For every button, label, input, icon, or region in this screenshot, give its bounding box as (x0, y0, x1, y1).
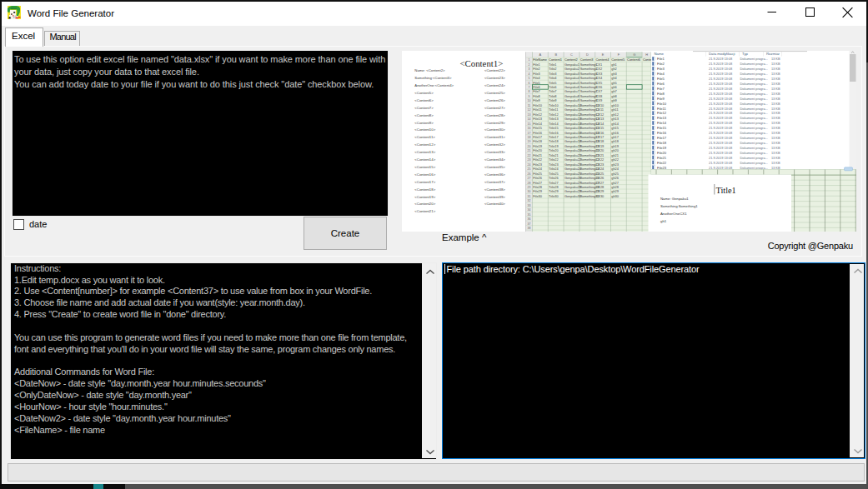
svg-text:gh20: gh20 (611, 148, 619, 152)
svg-text:Dokument progra...: Dokument progra... (740, 91, 768, 95)
svg-text:gh1: gh1 (660, 218, 667, 222)
svg-text:<Content23>: <Content23> (484, 76, 505, 80)
svg-text:Dokument progra...: Dokument progra... (740, 62, 768, 66)
svg-text:3: 3 (529, 67, 530, 71)
svg-text:<Content35>: <Content35> (484, 164, 505, 168)
svg-text:Something5: Something5 (580, 80, 598, 84)
svg-text:gh18: gh18 (611, 139, 619, 143)
svg-text:gh16: gh16 (611, 130, 619, 134)
svg-text:<Content10>: <Content10> (414, 127, 435, 132)
svg-text:Genpaku15: Genpaku15 (564, 126, 581, 130)
svg-text:File3: File3 (533, 71, 539, 75)
svg-text:File17: File17 (533, 135, 542, 139)
svg-text:File10: File10 (533, 102, 542, 107)
svg-text:File4: File4 (657, 71, 665, 75)
svg-text:22: 22 (528, 153, 531, 157)
svg-text:gh2: gh2 (611, 67, 617, 71)
svg-text:21.9.2019 13:08: 21.9.2019 13:08 (709, 150, 732, 154)
svg-text:<Content20>: <Content20> (414, 202, 435, 206)
svg-text:13 KB: 13 KB (771, 62, 780, 66)
svg-text:Title14: Title14 (549, 121, 559, 125)
svg-text:21.9.2019 13:08: 21.9.2019 13:08 (709, 67, 732, 71)
svg-text:Title12: Title12 (549, 112, 559, 116)
svg-text:CX16: CX16 (596, 130, 605, 134)
svg-text:gh7: gh7 (611, 89, 617, 93)
svg-text:Dokument progra...: Dokument progra... (740, 76, 768, 80)
svg-text:Dokument progra...: Dokument progra... (740, 165, 768, 169)
svg-text:CX17: CX17 (596, 135, 605, 139)
svg-text:13 KB: 13 KB (771, 81, 780, 85)
svg-text:<Content37>: <Content37> (484, 179, 505, 183)
svg-text:gh6: gh6 (611, 85, 617, 89)
svg-text:File19: File19 (533, 143, 542, 147)
svg-text:File14: File14 (657, 121, 667, 125)
svg-text:CX2: CX2 (596, 67, 603, 71)
svg-text:File2: File2 (657, 62, 665, 66)
svg-text:gh8: gh8 (611, 93, 617, 97)
svg-text:File1: File1 (657, 57, 665, 61)
svg-text:File18: File18 (657, 141, 667, 145)
svg-text:13 KB: 13 KB (771, 160, 780, 164)
svg-text:File12: File12 (657, 111, 667, 115)
svg-text:Dokument progra...: Dokument progra... (740, 126, 768, 130)
svg-text:Dokument progra...: Dokument progra... (740, 155, 768, 159)
svg-text:<Content9>: <Content9> (414, 120, 434, 124)
svg-text:CX28: CX28 (596, 184, 605, 188)
svg-text:33: 33 (528, 203, 531, 207)
svg-text:Title23: Title23 (549, 162, 559, 166)
svg-text:File4: File4 (533, 76, 540, 80)
svg-text:Data modyfikacji: Data modyfikacji (709, 52, 735, 56)
svg-text:Genpaku25: Genpaku25 (564, 171, 581, 175)
svg-text:Genpaku22: Genpaku22 (564, 157, 581, 162)
svg-text:Something9: Something9 (580, 98, 598, 102)
svg-text:Content6: Content6 (627, 57, 640, 62)
svg-text:30: 30 (528, 190, 531, 193)
svg-text:File16: File16 (657, 131, 667, 135)
svg-text:FileName: FileName (533, 57, 547, 62)
svg-text:Something7: Something7 (580, 89, 598, 93)
svg-text:21.9.2019 13:08: 21.9.2019 13:08 (709, 96, 732, 100)
svg-text:<Content16>: <Content16> (414, 172, 435, 176)
svg-text:CX6: CX6 (596, 85, 603, 89)
svg-text:CX3: CX3 (596, 71, 603, 75)
svg-text:Dokument progra...: Dokument progra... (740, 141, 768, 145)
svg-text:C: C (570, 52, 573, 57)
svg-text:File8: File8 (533, 93, 539, 97)
svg-text:File11: File11 (533, 107, 541, 112)
svg-text:File18: File18 (533, 139, 542, 143)
svg-text:13 KB: 13 KB (771, 101, 780, 105)
svg-text:File7: File7 (533, 89, 539, 93)
svg-text:27: 27 (528, 177, 531, 180)
svg-text:gh9: gh9 (611, 98, 617, 102)
svg-text:File17: File17 (657, 136, 667, 140)
svg-text:<Content6>: <Content6> (414, 97, 434, 102)
svg-text:<Content39>: <Content39> (484, 194, 505, 198)
svg-text:AnotherOne:<Content4>: AnotherOne:<Content4> (414, 83, 454, 87)
svg-text:Dokument progra...: Dokument progra... (740, 150, 768, 154)
svg-text:Title3: Title3 (549, 71, 556, 75)
svg-text:25: 25 (528, 167, 531, 171)
svg-text:13 KB: 13 KB (771, 106, 780, 110)
svg-text:11: 11 (528, 103, 531, 107)
svg-text:Title15: Title15 (549, 126, 559, 130)
svg-text:File3: File3 (657, 67, 665, 71)
svg-text:13 KB: 13 KB (771, 145, 780, 149)
svg-text:CX24: CX24 (596, 167, 605, 171)
svg-text:13 KB: 13 KB (771, 131, 780, 135)
svg-text:21.9.2019 13:08: 21.9.2019 13:08 (709, 136, 732, 140)
svg-text:CX18: CX18 (596, 139, 605, 143)
svg-text:CX23: CX23 (596, 162, 605, 166)
svg-text:Dokument progra...: Dokument progra... (740, 106, 768, 110)
svg-text:<Content22>: <Content22> (484, 68, 505, 72)
svg-text:Something:<Content3>: Something:<Content3> (414, 76, 452, 80)
svg-text:13 KB: 13 KB (771, 165, 780, 169)
svg-text:Genpaku7: Genpaku7 (564, 89, 580, 93)
svg-text:32: 32 (528, 199, 531, 202)
svg-text:Dokument progra...: Dokument progra... (740, 136, 768, 140)
svg-text:File25: File25 (533, 171, 542, 175)
svg-text:File23: File23 (657, 165, 667, 169)
svg-text:File20: File20 (657, 150, 667, 154)
svg-text:CX4: CX4 (596, 76, 603, 80)
svg-text:4: 4 (529, 72, 530, 75)
svg-text:CX9: CX9 (596, 98, 603, 102)
